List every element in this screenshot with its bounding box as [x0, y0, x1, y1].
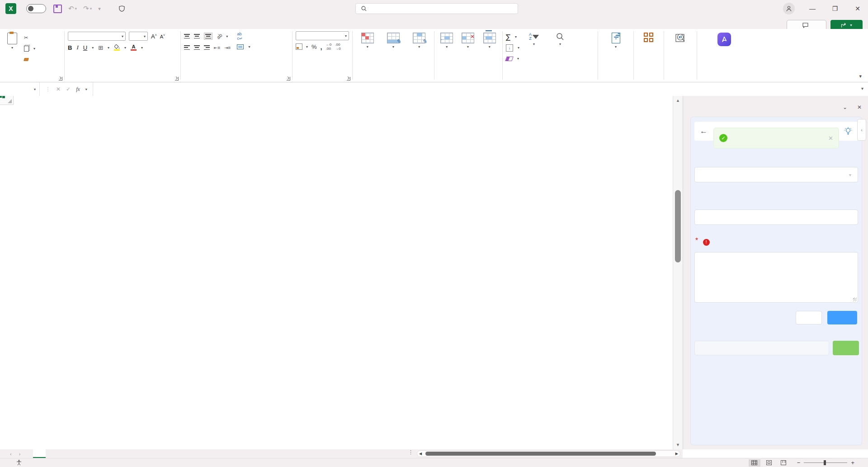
sheet-tab[interactable] — [33, 449, 46, 458]
clipboard-dialog-launcher-icon[interactable] — [59, 77, 62, 81]
page-break-view-button[interactable] — [778, 459, 789, 467]
accounting-format-icon[interactable] — [296, 43, 302, 50]
format-as-table-button[interactable]: ✎ ▾ — [382, 31, 405, 50]
horizontal-scrollbar[interactable]: ◀ ▶ — [417, 450, 680, 457]
panel-expand-handle[interactable]: ‹ — [857, 119, 866, 141]
align-center-icon[interactable] — [194, 45, 200, 50]
align-top-icon[interactable] — [184, 34, 190, 38]
insert-function-icon[interactable]: fx — [76, 86, 80, 93]
fill-button[interactable]: ↓▾ — [506, 43, 519, 52]
underline-button[interactable]: U — [83, 44, 87, 51]
ribbon-collapse-icon[interactable]: ▾ — [859, 73, 862, 79]
formula-grip-icon[interactable]: ⋮ — [45, 86, 51, 92]
minimize-button[interactable]: — — [803, 0, 822, 17]
undo-button[interactable] — [796, 311, 822, 324]
vertical-scrollbar[interactable]: ▲ ▼ — [673, 96, 683, 449]
search-input[interactable] — [355, 3, 518, 14]
account-avatar[interactable] — [783, 3, 795, 14]
cut-button[interactable]: ✂ — [24, 33, 35, 43]
font-color-caret-icon[interactable]: ▾ — [141, 46, 143, 50]
clear-button[interactable]: ▾ — [506, 54, 519, 63]
office-assistant-button[interactable] — [700, 31, 748, 46]
merge-center-button[interactable]: ▾ — [237, 42, 250, 52]
accounting-caret-icon[interactable]: ▾ — [306, 45, 308, 49]
conditional-formatting-button[interactable]: ▾ — [356, 31, 379, 50]
paste-button[interactable]: ▾ — [3, 31, 21, 51]
panel-formula-input[interactable] — [694, 341, 829, 355]
splitter-grip-icon[interactable]: ⋮ — [408, 449, 413, 455]
orientation-caret-icon[interactable]: ▾ — [226, 34, 228, 38]
next-sheet-icon[interactable]: › — [19, 451, 21, 457]
underline-caret-icon[interactable]: ▾ — [92, 46, 94, 50]
selected-cell[interactable] — [0, 96, 5, 98]
increase-indent-icon[interactable]: ⇥≡ — [224, 45, 231, 50]
close-button[interactable]: ✕ — [848, 0, 867, 17]
scroll-left-icon[interactable]: ◀ — [417, 452, 424, 456]
undo-icon[interactable]: ↶ — [68, 5, 74, 13]
horizontal-scroll-thumb[interactable] — [425, 452, 656, 456]
submit-button[interactable] — [827, 311, 857, 324]
alignment-dialog-launcher-icon[interactable] — [287, 77, 290, 81]
number-format-select[interactable]: ▾ — [296, 31, 349, 40]
selected-range-input[interactable] — [694, 210, 858, 225]
align-middle-icon[interactable] — [194, 34, 200, 38]
scroll-right-icon[interactable]: ▶ — [674, 452, 680, 456]
fill-color-button[interactable] — [114, 44, 120, 51]
addins-button[interactable] — [637, 31, 660, 43]
requirements-textarea[interactable] — [694, 252, 858, 303]
redo-icon[interactable]: ↷ — [83, 5, 89, 13]
format-cells-button[interactable]: ▾ — [480, 31, 499, 50]
sensitivity-label-badge[interactable] — [119, 5, 127, 12]
cancel-formula-icon[interactable]: ✕ — [56, 86, 61, 92]
insert-formula-button[interactable] — [833, 341, 859, 355]
name-box[interactable]: ▾ — [0, 82, 40, 96]
sensitivity-button[interactable]: ▾ — [601, 31, 630, 50]
cell-styles-button[interactable]: ✎ ▾ — [408, 31, 431, 50]
scroll-down-icon[interactable]: ▼ — [673, 443, 683, 447]
back-arrow-icon[interactable]: ← — [700, 127, 708, 136]
decrease-font-icon[interactable]: A˅ — [160, 33, 165, 39]
format-painter-button[interactable] — [24, 55, 35, 64]
prev-sheet-icon[interactable]: ‹ — [10, 451, 12, 457]
borders-button[interactable]: ⊞ — [98, 44, 103, 51]
align-right-icon[interactable] — [204, 45, 210, 50]
bold-button[interactable]: B — [68, 44, 72, 51]
wrap-text-button[interactable]: abc↵ — [237, 31, 250, 41]
autosave-toggle[interactable] — [26, 4, 46, 13]
align-left-icon[interactable] — [184, 45, 190, 50]
font-size-select[interactable]: ▾ — [129, 32, 148, 41]
save-icon[interactable] — [53, 5, 62, 13]
align-bottom-icon[interactable] — [204, 33, 212, 40]
accessibility-status[interactable] — [16, 460, 24, 466]
insert-cells-button[interactable]: ← ▾ — [438, 31, 456, 50]
percent-style-icon[interactable]: % — [311, 43, 317, 50]
font-name-select[interactable]: ▾ — [68, 32, 126, 41]
increase-font-icon[interactable]: A˄ — [151, 33, 157, 40]
fx-caret-icon[interactable]: ▾ — [85, 87, 87, 91]
zoom-in-icon[interactable]: + — [851, 459, 854, 466]
excel-app-icon[interactable]: X — [5, 3, 16, 14]
find-select-button[interactable]: ▾ — [548, 31, 572, 47]
fill-handle[interactable] — [2, 96, 5, 99]
delete-cells-button[interactable]: ✕ ▾ — [459, 31, 477, 50]
zoom-slider[interactable] — [804, 462, 847, 463]
font-dialog-launcher-icon[interactable] — [175, 77, 179, 81]
textarea-resize-handle[interactable] — [853, 298, 857, 301]
enter-formula-icon[interactable]: ✓ — [66, 86, 71, 92]
quick-access-customize-icon[interactable]: ▾ — [98, 6, 101, 12]
increase-decimal-icon[interactable]: ←0.00 — [326, 43, 331, 51]
scroll-up-icon[interactable]: ▲ — [673, 98, 683, 103]
toast-close-icon[interactable]: ✕ — [828, 135, 833, 142]
lightbulb-icon[interactable] — [844, 127, 853, 136]
autosum-button[interactable]: ∑▾ — [506, 32, 519, 42]
undo-caret-icon[interactable]: ▾ — [75, 6, 77, 11]
decrease-decimal-icon[interactable]: .00→0 — [335, 43, 340, 51]
redo-caret-icon[interactable]: ▾ — [90, 6, 92, 11]
number-dialog-launcher-icon[interactable] — [347, 77, 350, 81]
zoom-out-icon[interactable]: − — [797, 459, 801, 466]
zoom-slider-thumb[interactable] — [824, 460, 826, 465]
analyze-data-button[interactable] — [667, 31, 693, 43]
fill-color-caret-icon[interactable]: ▾ — [124, 46, 126, 50]
panel-collapse-icon[interactable]: ⌄ — [843, 104, 847, 110]
decrease-indent-icon[interactable]: ⇤≡ — [214, 45, 220, 50]
